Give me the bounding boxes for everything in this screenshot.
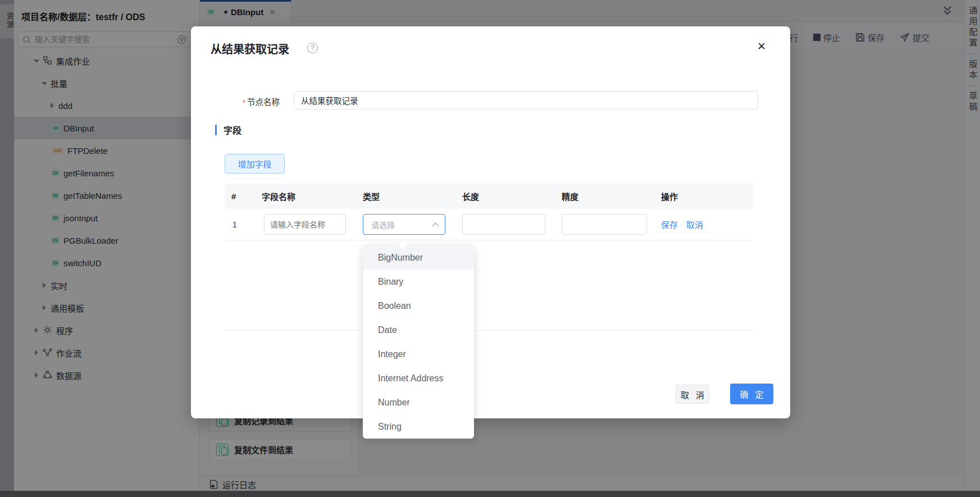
fields-section-header: 字段 xyxy=(215,123,241,136)
dialog-ok-button[interactable]: 确 定 xyxy=(730,384,773,404)
type-option-Integer[interactable]: Integer xyxy=(363,342,474,366)
type-option-Internet Address[interactable]: Internet Address xyxy=(363,366,474,390)
type-dropdown-menu: BigNumberBinaryBooleanDateIntegerInterne… xyxy=(363,245,474,439)
dialog-close-icon[interactable]: ✕ xyxy=(757,40,766,53)
row-save-link[interactable]: 保存 xyxy=(661,218,678,230)
type-select-placeholder: 请选择 xyxy=(371,219,432,230)
type-option-Number[interactable]: Number xyxy=(363,390,474,414)
type-option-Date[interactable]: Date xyxy=(363,318,474,342)
length-input[interactable] xyxy=(462,214,545,235)
column-header: 字段名称 xyxy=(255,190,363,202)
field-name-input[interactable] xyxy=(264,214,346,235)
fields-table-header: #字段名称类型长度精度操作 xyxy=(225,183,753,209)
field-row: 1 请选择 保存 取消 xyxy=(225,209,753,240)
fields-section-title: 字段 xyxy=(224,123,241,136)
node-name-label: *节点名称 xyxy=(240,95,280,107)
precision-input[interactable] xyxy=(562,214,647,235)
content-divider xyxy=(225,330,753,331)
node-name-input[interactable] xyxy=(294,91,758,110)
add-field-button[interactable]: 增加字段 xyxy=(225,154,285,174)
type-option-Binary[interactable]: Binary xyxy=(363,270,474,294)
column-header: 长度 xyxy=(462,190,562,202)
column-header: 操作 xyxy=(661,190,753,202)
dialog-title: 从结果获取记录 xyxy=(211,40,289,57)
node-name-row: *节点名称 xyxy=(191,91,790,110)
row-index: 1 xyxy=(225,220,255,229)
section-accent-bar xyxy=(215,125,217,135)
column-header: 精度 xyxy=(562,190,661,202)
type-select[interactable]: 请选择 xyxy=(363,214,445,235)
type-option-String[interactable]: String xyxy=(363,414,474,439)
dialog-cancel-button[interactable]: 取 消 xyxy=(676,385,709,404)
fields-table: #字段名称类型长度精度操作 1 请选择 xyxy=(225,183,753,240)
app-screen: 资源 项目名称/数据层：testfr / ODS 集成作业批量dddDIDBIn… xyxy=(0,0,980,497)
type-option-Boolean[interactable]: Boolean xyxy=(363,294,474,318)
column-header: # xyxy=(225,191,255,201)
help-icon[interactable]: ? xyxy=(307,43,318,53)
column-header: 类型 xyxy=(363,190,462,202)
chevron-up-icon xyxy=(432,222,439,227)
row-cancel-link[interactable]: 取消 xyxy=(686,218,703,230)
required-asterisk: * xyxy=(243,98,245,107)
get-records-dialog: 从结果获取记录 ? ✕ *节点名称 字段 增加字段 #字段名称类型长度精度操作 … xyxy=(191,26,790,418)
type-option-BigNumber[interactable]: BigNumber xyxy=(363,245,474,270)
